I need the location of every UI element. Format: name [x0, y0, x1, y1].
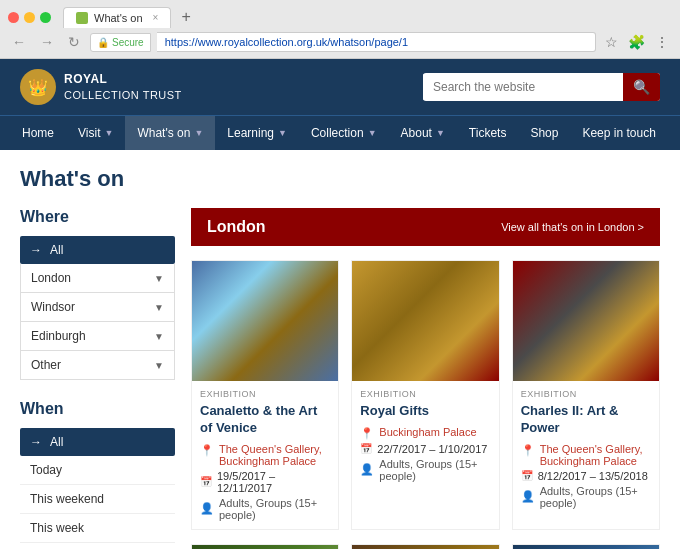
when-weekend-option[interactable]: This weekend: [20, 485, 175, 514]
card-location-text-0: The Queen's Gallery, Buckingham Palace: [219, 443, 330, 467]
where-windsor-label: Windsor: [31, 300, 75, 314]
where-all-option[interactable]: → All: [20, 236, 175, 264]
people-icon: 👤: [521, 490, 535, 503]
new-tab-button[interactable]: +: [175, 6, 196, 28]
nav-item-about[interactable]: About ▼: [389, 116, 457, 150]
location-icon: 📍: [360, 427, 374, 440]
cards-grid: EXHIBITION Canaletto & the Art of Venice…: [191, 260, 660, 530]
nav-link-learning[interactable]: Learning ▼: [215, 116, 299, 150]
where-london-option[interactable]: London ▼: [20, 264, 175, 293]
back-button[interactable]: ←: [8, 32, 30, 52]
secure-badge: 🔒 Secure: [90, 33, 151, 52]
forward-button[interactable]: →: [36, 32, 58, 52]
nav-item-shop[interactable]: Shop: [518, 116, 570, 150]
star-icon[interactable]: ☆: [602, 32, 621, 52]
address-input[interactable]: [157, 32, 596, 52]
menu-icon[interactable]: ⋮: [652, 32, 672, 52]
toolbar-icons: ☆ 🧩 ⋮: [602, 32, 672, 52]
people-icon: 👤: [360, 463, 374, 476]
card-image-0: [192, 261, 338, 381]
when-today-option[interactable]: Today: [20, 456, 175, 485]
browser-tab[interactable]: What's on ×: [63, 7, 171, 28]
view-all-link[interactable]: View all that's on in London >: [501, 221, 644, 233]
nav-item-visit[interactable]: Visit ▼: [66, 116, 125, 150]
nav-link-shop[interactable]: Shop: [518, 116, 570, 150]
exhibition-card-0[interactable]: EXHIBITION Canaletto & the Art of Venice…: [191, 260, 339, 530]
where-edinburgh-option[interactable]: Edinburgh ▼: [20, 322, 175, 351]
nav-item-learning[interactable]: Learning ▼: [215, 116, 299, 150]
where-all-label: All: [50, 243, 63, 257]
when-all-label: All: [50, 435, 63, 449]
arrow-right-icon: →: [30, 435, 42, 449]
nav-link-tickets[interactable]: Tickets: [457, 116, 519, 150]
chevron-down-icon: ▼: [368, 128, 377, 138]
extensions-icon[interactable]: 🧩: [625, 32, 648, 52]
card-audience-2: 👤 Adults, Groups (15+ people): [521, 485, 651, 509]
bottom-card-1[interactable]: [351, 544, 499, 549]
bottom-card-0[interactable]: [191, 544, 339, 549]
logo-area[interactable]: 👑 ROYAL COLLECTION TRUST: [20, 69, 182, 105]
location-icon: 📍: [200, 444, 214, 457]
maximize-button[interactable]: [40, 12, 51, 23]
exhibition-card-2[interactable]: EXHIBITION Charles II: Art & Power 📍 The…: [512, 260, 660, 530]
location-banner: London View all that's on in London >: [191, 208, 660, 246]
card-location-2: 📍 The Queen's Gallery, Buckingham Palace: [521, 443, 651, 467]
card-body-1: EXHIBITION Royal Gifts 📍 Buckingham Pala…: [352, 381, 498, 490]
card-image-1: [352, 261, 498, 381]
nav-link-whatson[interactable]: What's on ▼: [125, 116, 215, 150]
card-date-2: 📅 8/12/2017 – 13/5/2018: [521, 470, 651, 482]
minimize-button[interactable]: [24, 12, 35, 23]
nav-item-home[interactable]: Home: [10, 116, 66, 150]
calendar-icon: 📅: [360, 443, 372, 454]
card-title-1: Royal Gifts: [360, 403, 490, 420]
close-button[interactable]: [8, 12, 19, 23]
when-filter: When → All Today This weekend This week …: [20, 400, 175, 549]
chevron-down-icon: ▼: [154, 331, 164, 342]
arrow-right-icon: →: [30, 243, 42, 257]
nav-item-whatson[interactable]: What's on ▼: [125, 116, 215, 150]
where-other-option[interactable]: Other ▼: [20, 351, 175, 380]
nav-link-collection[interactable]: Collection ▼: [299, 116, 389, 150]
bottom-card-2[interactable]: [512, 544, 660, 549]
browser-tabs: What's on × +: [0, 0, 680, 28]
nav-item-collection[interactable]: Collection ▼: [299, 116, 389, 150]
where-windsor-option[interactable]: Windsor ▼: [20, 293, 175, 322]
nav-item-tickets[interactable]: Tickets: [457, 116, 519, 150]
tab-close-icon[interactable]: ×: [153, 12, 159, 23]
card-title-2: Charles II: Art & Power: [521, 403, 651, 437]
main-area: London View all that's on in London > EX…: [191, 208, 660, 549]
exhibition-card-1[interactable]: EXHIBITION Royal Gifts 📍 Buckingham Pala…: [351, 260, 499, 530]
logo-text: ROYAL COLLECTION TRUST: [64, 71, 182, 103]
search-button[interactable]: 🔍: [623, 73, 660, 101]
address-bar-row: ← → ↻ 🔒 Secure ☆ 🧩 ⋮: [0, 28, 680, 58]
where-filter: Where → All London ▼ Windsor ▼ Edinburgh…: [20, 208, 175, 380]
nav-link-keepintouch[interactable]: Keep in touch: [570, 116, 667, 150]
refresh-button[interactable]: ↻: [64, 32, 84, 52]
chevron-down-icon: ▼: [154, 273, 164, 284]
logo-icon: 👑: [20, 69, 56, 105]
nav-link-home[interactable]: Home: [10, 116, 66, 150]
when-nextweek-option[interactable]: Next week: [20, 543, 175, 549]
nav-link-about[interactable]: About ▼: [389, 116, 457, 150]
card-date-1: 📅 22/7/2017 – 1/10/2017: [360, 443, 490, 455]
card-title-0: Canaletto & the Art of Venice: [200, 403, 330, 437]
people-icon: 👤: [200, 502, 214, 515]
card-location-0: 📍 The Queen's Gallery, Buckingham Palace: [200, 443, 330, 467]
search-box: 🔍: [423, 73, 660, 101]
exhibition-label-0: EXHIBITION: [200, 389, 330, 399]
secure-label: Secure: [112, 37, 144, 48]
when-week-option[interactable]: This week: [20, 514, 175, 543]
nav-link-visit[interactable]: Visit ▼: [66, 116, 125, 150]
nav-item-keeptouched[interactable]: Keep in touch: [570, 116, 667, 150]
content-layout: Where → All London ▼ Windsor ▼ Edinburgh…: [20, 208, 660, 549]
location-icon: 📍: [521, 444, 535, 457]
where-title: Where: [20, 208, 175, 226]
page-title: What's on: [20, 166, 660, 192]
search-input[interactable]: [423, 74, 623, 100]
card-body-0: EXHIBITION Canaletto & the Art of Venice…: [192, 381, 338, 529]
card-date-text-1: 22/7/2017 – 1/10/2017: [377, 443, 487, 455]
traffic-lights: [8, 12, 51, 23]
when-all-option[interactable]: → All: [20, 428, 175, 456]
card-image-2: [513, 261, 659, 381]
card-body-2: EXHIBITION Charles II: Art & Power 📍 The…: [513, 381, 659, 517]
